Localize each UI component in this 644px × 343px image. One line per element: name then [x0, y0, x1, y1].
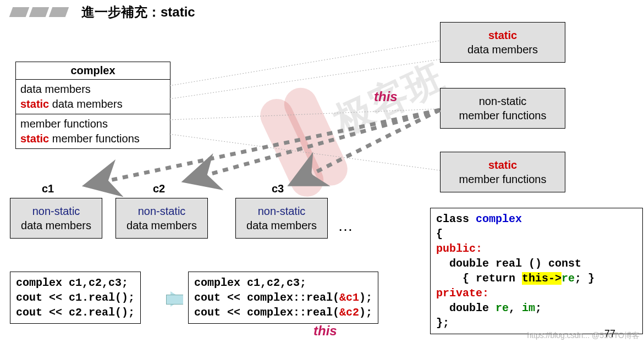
svg-line-6	[308, 110, 440, 176]
row-data-members: data members	[20, 82, 166, 97]
arrow-icon	[170, 291, 183, 307]
code-middle: complex c1,c2,c3; cout << complex::real(…	[188, 272, 378, 324]
table-section-data: data members static data members	[16, 80, 170, 114]
obj-label-c2: c2	[153, 182, 165, 195]
svg-line-2	[169, 109, 440, 120]
obj-label-c3: c3	[272, 182, 284, 195]
this-label-bottom: this	[313, 323, 337, 339]
row-static-member-functions: static member functions	[20, 131, 166, 146]
box-static-data-members: staticdata members	[440, 22, 565, 63]
this-label-top: this	[374, 89, 398, 104]
code-left: complex c1,c2,c3; cout << c1.real(); cou…	[10, 272, 141, 324]
svg-line-0	[169, 41, 440, 86]
svg-line-5	[203, 110, 440, 176]
box-nonstatic-member-functions: non-staticmember functions	[440, 88, 565, 129]
row-static-data-members: static data members	[20, 97, 166, 112]
table-section-funcs: member functions static member functions	[16, 114, 170, 148]
ellipsis: …	[338, 217, 355, 235]
footer-attribution: https://blog.csdn... @51CTO博客	[527, 331, 640, 341]
svg-line-1	[169, 59, 440, 99]
row-member-functions: member functions	[20, 117, 166, 131]
complex-class-table: complex data members static data members…	[15, 62, 170, 149]
obj-box-c1: non-staticdata members	[10, 198, 102, 239]
title-accent-bars	[11, 7, 67, 17]
obj-box-c2: non-staticdata members	[115, 198, 208, 239]
table-header: complex	[16, 62, 170, 80]
code-right: class complex { public: double real () c…	[430, 208, 643, 334]
box-static-member-functions: staticmember functions	[440, 152, 565, 192]
obj-label-c1: c1	[42, 182, 54, 195]
page-title: 進一步補充：static	[81, 3, 195, 21]
svg-line-3	[169, 134, 440, 170]
obj-box-c3: non-staticdata members	[235, 198, 328, 239]
